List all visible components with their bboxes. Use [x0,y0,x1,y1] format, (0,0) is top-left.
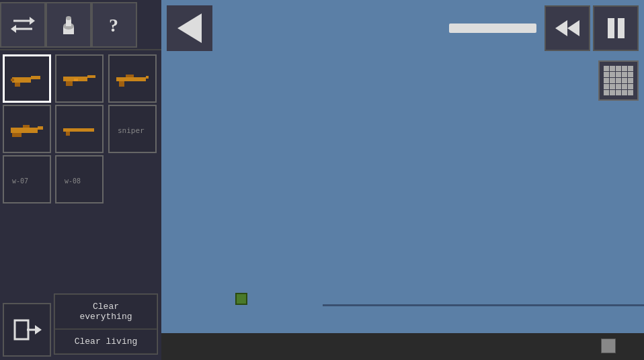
svg-rect-26 [66,132,70,136]
pause-bar-left [608,18,614,38]
svg-rect-19 [119,81,124,87]
back-arrow-icon [177,13,202,43]
svg-rect-22 [38,126,43,130]
svg-marker-33 [555,20,567,36]
svg-text:?: ? [109,15,118,36]
weapon-slot-3[interactable] [108,54,157,103]
svg-rect-21 [11,128,38,133]
svg-text:sniper: sniper [118,126,145,135]
bottom-bar [161,333,644,360]
weapon-grid: sniper w-07 w-08 [0,52,161,206]
svg-rect-24 [23,125,30,128]
back-button[interactable] [167,5,212,51]
grid-icon [604,66,633,95]
ground-shadow [323,304,644,306]
pause-bar-right [618,18,625,38]
weapon-slot-7[interactable]: w-07 [3,155,51,204]
context-menu: Clear everything Clear living [54,294,158,355]
weapon-slot-1[interactable] [3,54,51,103]
svg-rect-9 [12,77,31,83]
bottom-right-object [601,339,616,353]
weapon-slot-6[interactable]: sniper [108,105,157,153]
svg-rect-25 [63,128,94,132]
svg-marker-1 [30,17,35,25]
items-button[interactable] [46,2,91,48]
exit-button[interactable] [3,303,51,357]
clear-living-button[interactable]: Clear living [54,329,157,354]
svg-point-7 [66,16,71,20]
pause-icon [608,18,625,38]
weapon-slot-8[interactable]: w-08 [55,155,104,204]
weapon-slot-5[interactable] [55,105,104,153]
top-toolbar: ? [0,0,161,50]
svg-marker-34 [567,20,579,36]
weapon-slot-2[interactable] [55,54,104,103]
grid-toggle-button[interactable] [598,60,639,101]
svg-text:w-08: w-08 [65,177,81,185]
svg-rect-23 [12,133,22,137]
weapon-slot-4[interactable] [3,105,51,153]
top-right-controls [444,5,639,51]
svg-rect-17 [116,77,146,81]
help-button[interactable]: ? [91,2,137,48]
swap-button[interactable] [0,2,46,48]
game-character [235,293,247,305]
svg-rect-12 [11,79,14,81]
pause-button[interactable] [593,5,639,51]
svg-rect-10 [31,76,40,79]
svg-rect-20 [126,75,134,77]
svg-rect-14 [87,75,95,78]
bottom-left-area: Clear everything Clear living [0,300,161,360]
svg-rect-16 [74,79,78,81]
rewind-button[interactable] [545,5,590,51]
speed-bar-container [444,24,542,33]
svg-rect-15 [66,81,73,86]
svg-rect-18 [146,76,149,79]
svg-rect-30 [15,320,28,339]
svg-marker-3 [11,25,16,33]
clear-everything-button[interactable]: Clear everything [54,294,157,329]
svg-text:w-07: w-07 [12,177,28,185]
svg-rect-11 [15,83,20,87]
left-panel: ? [0,0,161,360]
speed-bar [449,24,536,33]
svg-marker-32 [35,325,42,334]
